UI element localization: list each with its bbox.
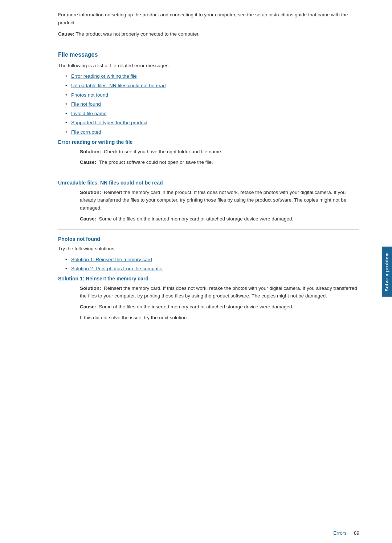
- unreadable-files-solution-line: Solution: Reinsert the memory card in th…: [80, 189, 359, 212]
- photos-not-found-list: Solution 1: Reinsert the memory card Sol…: [65, 256, 359, 273]
- list-item-7: File corrupted: [65, 128, 359, 136]
- link-solution2[interactable]: Solution 2: Print photos from the comput…: [71, 266, 163, 271]
- main-content: For more information on setting up the p…: [0, 0, 392, 543]
- unreadable-files-heading: Unreadable files. NN files could not be …: [58, 180, 359, 186]
- photos-list-item-1: Solution 1: Reinsert the memory card: [65, 256, 359, 264]
- solution1-solution-line: Solution: Reinsert the memory card. If t…: [80, 284, 359, 300]
- error-reading-body: Solution: Check to see if you have the r…: [80, 148, 359, 166]
- divider-4: [58, 328, 359, 328]
- link-supported-file-types[interactable]: Supported file types for the product: [71, 120, 147, 125]
- link-error-reading[interactable]: Error reading or writing the file: [71, 73, 137, 79]
- error-reading-heading: Error reading or writing the file: [58, 139, 359, 145]
- list-item-3: Photos not found: [65, 91, 359, 99]
- solution1-heading: Solution 1: Reinsert the memory card: [58, 276, 359, 281]
- error-reading-solution-line: Solution: Check to see if you have the r…: [80, 148, 359, 156]
- error-reading-solution-label: Solution:: [80, 149, 101, 154]
- solution1-section: Solution 1: Reinsert the memory card Sol…: [58, 276, 359, 321]
- unreadable-files-cause-line: Cause: Some of the files on the inserted…: [80, 215, 359, 223]
- list-item-5: Invalid file name: [65, 110, 359, 118]
- list-item-1: Error reading or writing the file: [65, 72, 359, 80]
- link-solution1[interactable]: Solution 1: Reinsert the memory card: [71, 257, 152, 262]
- solution1-solution-label: Solution:: [80, 285, 101, 291]
- error-reading-cause-text: The product software could not open or s…: [99, 159, 213, 165]
- file-messages-list: Error reading or writing the file Unread…: [65, 72, 359, 136]
- file-messages-section: File messages The following is a list of…: [58, 52, 359, 136]
- intro-cause-line: Cause: The product was not properly conn…: [58, 30, 359, 38]
- intro-cause-label: Cause:: [58, 31, 74, 37]
- list-item-4: File not found: [65, 100, 359, 108]
- solution1-solution-text: Reinsert the memory card. If this does n…: [80, 285, 357, 299]
- page-container: Solve a problem For more information on …: [0, 0, 392, 543]
- intro-text: For more information on setting up the p…: [58, 11, 359, 27]
- photos-not-found-heading: Photos not found: [58, 236, 359, 242]
- error-reading-cause-line: Cause: The product software could not op…: [80, 158, 359, 166]
- link-file-not-found[interactable]: File not found: [71, 101, 101, 107]
- unreadable-files-body: Solution: Reinsert the memory card in th…: [80, 189, 359, 223]
- footer: Errors 89: [333, 530, 359, 536]
- unreadable-files-cause-text: Some of the files on the inserted memory…: [99, 216, 294, 222]
- divider-2: [58, 173, 359, 173]
- unreadable-files-solution-label: Solution:: [80, 190, 101, 195]
- solution1-cause-label: Cause:: [80, 304, 96, 309]
- error-reading-solution-text: Check to see if you have the right folde…: [104, 149, 222, 154]
- link-photos-not-found[interactable]: Photos not found: [71, 92, 108, 98]
- error-reading-cause-label: Cause:: [80, 159, 96, 165]
- file-messages-heading: File messages: [58, 52, 359, 58]
- link-invalid-file-name[interactable]: Invalid file name: [71, 111, 107, 116]
- intro-section: For more information on setting up the p…: [58, 11, 359, 38]
- list-item-6: Supported file types for the product: [65, 119, 359, 127]
- unreadable-files-section: Unreadable files. NN files could not be …: [58, 180, 359, 223]
- photos-not-found-section: Photos not found Try the following solut…: [58, 236, 359, 273]
- solution1-followup: If this did not solve the issue, try the…: [80, 314, 359, 322]
- photos-not-found-intro: Try the following solutions.: [58, 245, 359, 253]
- link-file-corrupted[interactable]: File corrupted: [71, 129, 101, 135]
- list-item-2: Unreadable files. NN files could not be …: [65, 82, 359, 90]
- error-reading-section: Error reading or writing the file Soluti…: [58, 139, 359, 166]
- solution1-cause-text: Some of the files on the inserted memory…: [99, 304, 294, 309]
- unreadable-files-cause-label: Cause:: [80, 216, 96, 222]
- footer-errors-label: Errors: [333, 530, 347, 536]
- sidebar-tab[interactable]: Solve a problem: [382, 247, 392, 297]
- divider-1: [58, 45, 359, 45]
- photos-list-item-2: Solution 2: Print photos from the comput…: [65, 265, 359, 273]
- intro-cause-text: The product was not properly connected t…: [76, 31, 200, 37]
- file-messages-intro: The following is a list of file-related …: [58, 62, 359, 70]
- solution1-body: Solution: Reinsert the memory card. If t…: [80, 284, 359, 321]
- unreadable-files-solution-text: Reinsert the memory card in the product.…: [80, 190, 346, 211]
- solution1-cause-line: Cause: Some of the files on the inserted…: [80, 303, 359, 311]
- divider-3: [58, 229, 359, 230]
- footer-page-number: 89: [354, 530, 359, 536]
- link-unreadable-files[interactable]: Unreadable files. NN files could not be …: [71, 83, 166, 88]
